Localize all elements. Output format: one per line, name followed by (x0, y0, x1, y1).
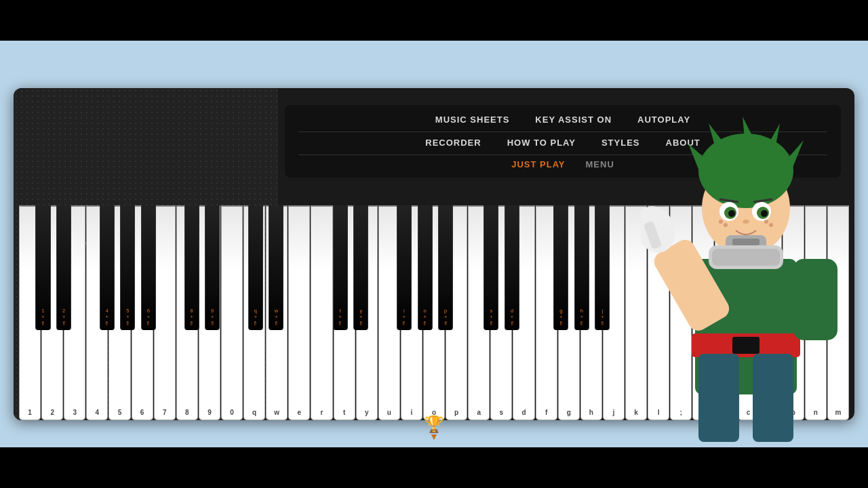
white-key-label: 7 (163, 409, 167, 416)
white-key-0[interactable]: 0 (221, 205, 243, 420)
white-key-label: s (500, 409, 504, 416)
white-key-label: h (589, 409, 593, 416)
svg-rect-4 (753, 354, 793, 442)
white-key-label: u (387, 409, 391, 416)
white-key-q[interactable]: q (243, 205, 265, 420)
white-key-j[interactable]: j (603, 205, 625, 420)
white-key-label: 1 (28, 409, 32, 416)
white-key-g[interactable]: g (558, 205, 580, 420)
white-key-1[interactable]: 1 (19, 205, 41, 420)
white-key-8[interactable]: 8 (176, 205, 198, 420)
white-key-label: r (321, 409, 323, 416)
white-key-label: t (343, 409, 345, 416)
svg-rect-2 (732, 337, 760, 354)
white-key-label: k (634, 409, 638, 416)
white-key-label: e (298, 409, 302, 416)
svg-point-22 (764, 220, 768, 224)
white-key-d[interactable]: d (513, 205, 534, 420)
svg-point-21 (724, 223, 728, 227)
white-key-s[interactable]: s (490, 205, 512, 420)
white-key-e[interactable]: e (288, 205, 310, 420)
nav-menu-label[interactable]: MENU (586, 159, 614, 169)
white-key-label: 8 (185, 409, 189, 416)
nav-recorder[interactable]: RECORDER (422, 136, 484, 149)
white-key-4[interactable]: 4 (86, 205, 108, 420)
white-key-w[interactable]: w (266, 205, 288, 420)
anime-character (641, 110, 851, 442)
svg-point-17 (761, 210, 768, 217)
white-key-label: f (545, 409, 547, 416)
svg-point-24 (743, 220, 749, 224)
white-key-a[interactable]: a (468, 205, 490, 420)
white-key-label: 9 (208, 409, 212, 416)
white-key-f[interactable]: f (536, 205, 557, 420)
white-key-label: 5 (118, 409, 122, 416)
white-key-label: p (454, 409, 458, 416)
nav-styles[interactable]: STYLES (599, 136, 643, 149)
white-key-2[interactable]: 2 (41, 205, 63, 420)
svg-rect-30 (793, 259, 837, 340)
white-key-y[interactable]: y (356, 205, 378, 420)
nav-key-assist[interactable]: KEY ASSIST ON (532, 113, 614, 126)
white-key-label: w (274, 409, 279, 416)
white-key-label: 2 (50, 409, 54, 416)
white-key-u[interactable]: u (378, 205, 400, 420)
nav-music-sheets[interactable]: MUSIC SHEETS (433, 113, 513, 126)
white-key-5[interactable]: 5 (108, 205, 130, 420)
white-key-label: a (477, 409, 481, 416)
svg-point-23 (769, 223, 773, 227)
top-bar (0, 0, 868, 41)
svg-rect-3 (698, 354, 739, 442)
white-key-label: i (411, 409, 413, 416)
white-key-label: 3 (73, 409, 77, 416)
white-key-7[interactable]: 7 (154, 205, 176, 420)
white-key-label: d (521, 409, 526, 416)
nav-how-to-play[interactable]: HOW TO PLAY (505, 136, 578, 149)
white-key-label: 6 (140, 409, 144, 416)
character-svg (641, 110, 851, 442)
trophy-area: 🏆 ▼ (424, 415, 444, 442)
white-key-label: 4 (96, 409, 100, 416)
svg-rect-32 (712, 249, 780, 266)
white-key-label: j (613, 409, 615, 416)
white-key-r[interactable]: r (311, 205, 332, 420)
white-key-3[interactable]: 3 (64, 205, 85, 420)
svg-point-20 (719, 220, 723, 224)
white-key-label: 0 (230, 409, 234, 416)
white-key-h[interactable]: h (580, 205, 602, 420)
white-key-label: g (567, 409, 571, 416)
white-key-p[interactable]: p (446, 205, 467, 420)
svg-point-16 (728, 210, 735, 217)
white-key-i[interactable]: i (401, 205, 422, 420)
white-key-label: y (365, 409, 369, 416)
bottom-bar (0, 447, 868, 488)
white-key-label: q (252, 409, 256, 416)
nav-just-play[interactable]: JUST PLAY (511, 159, 565, 169)
white-key-o[interactable]: o (423, 205, 445, 420)
white-key-9[interactable]: 9 (199, 205, 220, 420)
white-key-6[interactable]: 6 (132, 205, 153, 420)
white-key-t[interactable]: t (334, 205, 355, 420)
svg-rect-26 (732, 239, 760, 245)
